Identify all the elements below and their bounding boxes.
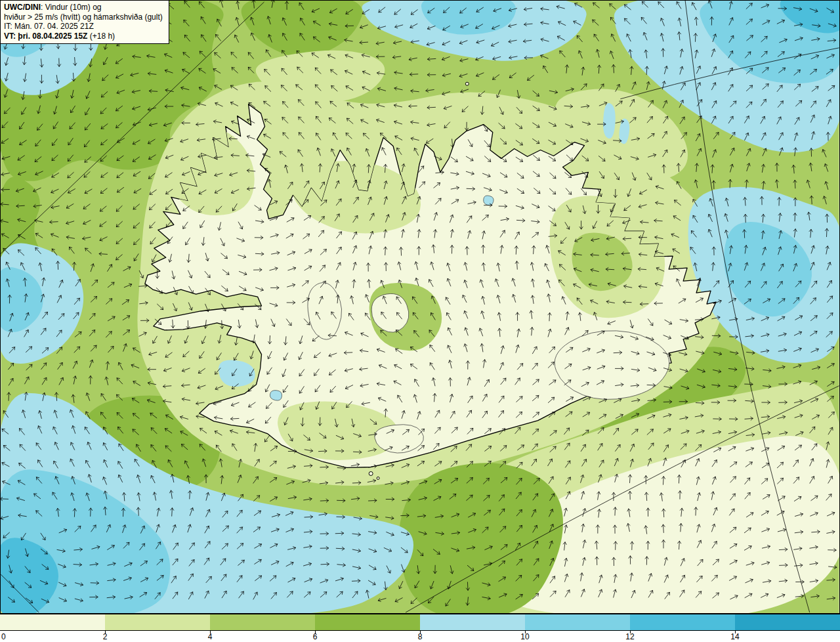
info-line-gusts: hviður > 25 m/s (hvítt) og hámarkshviða … — [4, 12, 163, 22]
lead-time: (+18 h) — [87, 32, 115, 41]
legend-color-bar — [0, 614, 840, 631]
legend-tick-mark — [735, 631, 736, 633]
legend-tick-mark — [630, 631, 631, 633]
legend-tick-label: 4 — [208, 632, 213, 641]
forecast-info-box: UWC/DINI: Vindur (10m) og hviður > 25 m/… — [0, 0, 169, 44]
wind-speed-legend: 02468101214 — [0, 614, 840, 642]
wind-region — [399, 463, 563, 614]
legend-band-6 — [630, 614, 735, 630]
valid-time: VT: þri. 08.04.2025 15Z — [4, 32, 87, 41]
weather-map-viewport: UWC/DINI: Vindur (10m) og hviður > 25 m/… — [0, 0, 840, 642]
legend-tick-label: 0 — [1, 632, 6, 641]
legend-tick-label: 10 — [520, 632, 529, 641]
lake — [484, 196, 494, 205]
legend-band-3 — [315, 614, 420, 630]
legend-band-0 — [0, 614, 105, 630]
islet — [369, 471, 373, 475]
legend-tick-label: 12 — [625, 632, 634, 641]
legend-band-2 — [210, 614, 315, 630]
legend-tick-mark — [420, 631, 421, 633]
info-line-init-time: IT: Mán. 07. 04. 2025 21Z — [4, 22, 163, 32]
info-line-model: UWC/DINI: Vindur (10m) og — [4, 3, 163, 12]
legend-tick-label: 8 — [418, 632, 423, 641]
lake — [270, 391, 282, 400]
legend-tick-label: 6 — [313, 632, 318, 641]
wind-map-canvas — [0, 0, 840, 614]
legend-tick-mark — [525, 631, 526, 633]
legend-band-4 — [420, 614, 525, 630]
legend-band-5 — [525, 614, 630, 630]
model-name: UWC/DINI — [4, 3, 41, 12]
legend-axis: 02468101214 — [0, 631, 840, 642]
wind-region — [603, 103, 616, 139]
legend-tick-mark — [315, 631, 316, 633]
legend-tick-label: 14 — [730, 632, 739, 641]
model-description: : Vindur (10m) og — [41, 3, 102, 12]
islet — [377, 477, 379, 479]
legend-tick-mark — [210, 631, 211, 633]
islet — [465, 82, 469, 85]
info-line-valid-time: VT: þri. 08.04.2025 15Z (+18 h) — [4, 32, 163, 41]
legend-tick-label: 2 — [103, 632, 108, 641]
legend-band-7 — [735, 614, 840, 630]
legend-tick-mark — [105, 631, 106, 633]
legend-band-1 — [105, 614, 210, 630]
